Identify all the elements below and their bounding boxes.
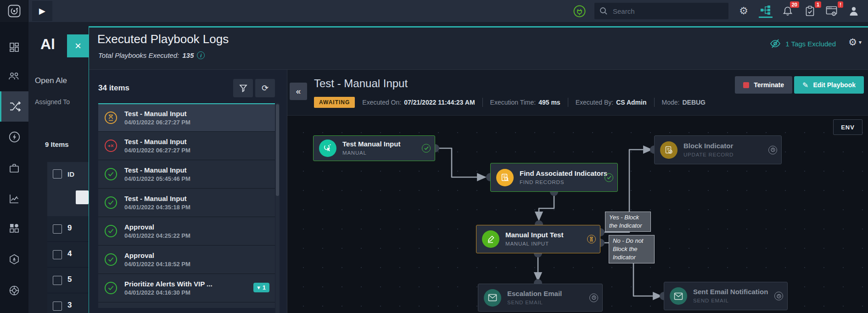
node-title: Find Associated Indicators [520, 169, 607, 177]
execution-list-item[interactable]: Approval04/01/2022 04:25:22 PM [98, 217, 275, 246]
connector-status-icon[interactable] [572, 4, 586, 18]
system-alert-badge: ! [838, 1, 843, 8]
row-id: 9 [67, 224, 72, 233]
open-alerts-tab[interactable]: Open Ale [35, 76, 67, 85]
execution-title: Approval [124, 252, 154, 259]
notifications-bell-icon[interactable]: 20 [781, 4, 795, 18]
node-title: Test Manual Input [342, 140, 400, 148]
playbook-node-escalation-email[interactable]: Escalation EmailSEND EMAIL [478, 284, 603, 312]
sidebar-item-playbooks-active[interactable] [0, 91, 28, 122]
modal-settings-control[interactable]: ⚙ ▾ [848, 37, 862, 48]
app-logo[interactable] [0, 0, 28, 22]
row-checkbox[interactable] [53, 250, 62, 259]
settings-gear-icon[interactable]: ⚙ [737, 4, 750, 18]
tags-excluded-label: 1 Tags Excluded [785, 40, 836, 48]
user-avatar-icon[interactable] [847, 4, 861, 18]
child-executions-badge[interactable]: ▾1 [253, 283, 269, 292]
table-row[interactable]: 4 [47, 242, 89, 268]
close-icon: × [75, 39, 81, 52]
chevron-down-icon: ▾ [859, 39, 862, 45]
execution-list-item[interactable]: Test - Manual Input04/01/2022 05:45:46 P… [98, 160, 275, 189]
playbook-node-sent-email-notification[interactable]: Sent Email NotificationSEND EMAIL [664, 282, 788, 310]
node-title: Manual Input Test [505, 231, 563, 239]
global-search[interactable] [594, 3, 728, 19]
id-column-filter-input[interactable] [76, 190, 89, 204]
status-badge: AWAITING [314, 97, 355, 108]
chart-icon [9, 194, 20, 204]
filter-button[interactable] [233, 79, 253, 97]
sidebar-item-widgets[interactable] [0, 215, 28, 241]
executed-playbook-logs-modal: × Executed Playbook Logs Total Playbooks… [89, 26, 868, 313]
execution-title: Test - Manual Input [124, 110, 187, 117]
execution-list-item[interactable]: Approval04/01/2022 04:18:52 PM [98, 246, 275, 274]
sidebar-item-help[interactable] [0, 278, 28, 303]
meta-label: Executed By: [576, 99, 614, 106]
page-title: Al [40, 36, 71, 53]
collapse-icon: « [296, 86, 301, 96]
notifications-badge: 20 [790, 1, 799, 8]
meta-separator [482, 98, 483, 107]
close-button[interactable]: × [67, 34, 89, 57]
node-title: Sent Email Notification [693, 288, 768, 296]
execution-title: Test - Manual Input [124, 195, 187, 202]
playbook-node-manual-input-test[interactable]: Manual Input TestMANUAL INPUT [476, 225, 600, 253]
execution-timestamp: 04/01/2022 05:45:46 PM [124, 175, 190, 182]
edge-label-no: No - Do not Block the Indicator [609, 235, 655, 263]
playbook-node-block-indicator[interactable]: Block IndicatorUPDATE RECORD [654, 135, 782, 164]
execution-list-item[interactable]: Prioritize Alerts With VIP ...04/01/2022… [98, 274, 275, 302]
collapse-panel-button[interactable]: « [290, 83, 307, 100]
left-nav-sidebar [0, 22, 28, 313]
table-row[interactable]: 3 [47, 293, 89, 313]
execution-list-item[interactable]: Test - Manual Input04/01/2022 04:35:18 P… [98, 189, 275, 217]
pencil-icon [482, 230, 499, 248]
success-status-icon [105, 282, 117, 294]
meta-value: DEBUG [682, 99, 706, 106]
scrollbar-thumb[interactable] [276, 104, 279, 196]
stop-icon [743, 82, 749, 88]
row-checkbox[interactable] [53, 302, 62, 311]
table-row[interactable]: 5 [47, 268, 89, 293]
list-count: 34 items [98, 84, 129, 93]
sidebar-item-reports[interactable] [0, 186, 28, 212]
execution-list-item[interactable]: Test - Manual Input04/01/2022 06:27:27 P… [98, 103, 275, 132]
row-checkbox[interactable] [53, 224, 62, 234]
alerts-page-background: Al Open Ale Assigned To 9 Items ID 9 4 5… [28, 22, 89, 313]
sidebar-item-workspace[interactable] [0, 155, 28, 181]
edit-playbook-button[interactable]: ✎Edit Playbook [794, 76, 864, 94]
select-all-checkbox[interactable] [53, 169, 62, 179]
search-input[interactable] [612, 7, 717, 16]
success-status-icon [422, 144, 431, 153]
id-column-header[interactable]: ID [67, 170, 74, 178]
refresh-button[interactable]: ⟳ [255, 79, 275, 97]
sidebar-item-teams[interactable] [0, 63, 28, 89]
execution-list-item[interactable]: Test - Manual Input04/01/2022 06:27:27 P… [98, 132, 275, 160]
playbooks-nav-icon[interactable] [759, 4, 773, 18]
list-scrollbar[interactable] [275, 103, 280, 313]
table-row[interactable]: 9 [47, 216, 89, 242]
sidebar-item-dashboard[interactable] [0, 34, 28, 60]
execution-meta-row: AWAITING Executed On:07/21/2022 11:44:23… [314, 96, 706, 108]
approvals-clipboard-icon[interactable]: 1 [803, 4, 817, 18]
assigned-to-filter-label: Assigned To [35, 98, 70, 106]
playbook-node-trigger[interactable]: Test Manual InputMANUAL [313, 135, 435, 161]
grid-header: ID [47, 162, 89, 216]
execution-title: Test - Manual Input [314, 77, 408, 90]
search-icon [599, 6, 608, 16]
approvals-badge: 1 [815, 1, 821, 8]
row-checkbox[interactable] [53, 276, 62, 285]
terminate-button[interactable]: Terminate [735, 76, 792, 94]
tags-excluded-control[interactable]: 1 Tags Excluded [770, 39, 836, 49]
sidebar-item-solutions[interactable] [0, 246, 28, 272]
system-settings-icon[interactable]: ! [825, 4, 839, 18]
execution-title: Prioritize Alerts With VIP ... [124, 280, 213, 288]
playbook-canvas[interactable]: ENV Yes - Block the Indicator No - Do no… [287, 115, 868, 313]
info-icon[interactable]: i [197, 51, 205, 59]
run-playbook-button[interactable]: ▶ [32, 1, 52, 21]
sidebar-item-automation[interactable] [0, 124, 28, 150]
playbook-node-find-associated-indicators[interactable]: Find Associated IndicatorsFIND RECORDS [490, 163, 618, 192]
email-icon [484, 289, 501, 307]
meta-separator [568, 98, 568, 107]
email-icon [670, 287, 687, 305]
meta-value: 495 ms [538, 99, 560, 106]
env-button[interactable]: ENV [833, 119, 862, 135]
